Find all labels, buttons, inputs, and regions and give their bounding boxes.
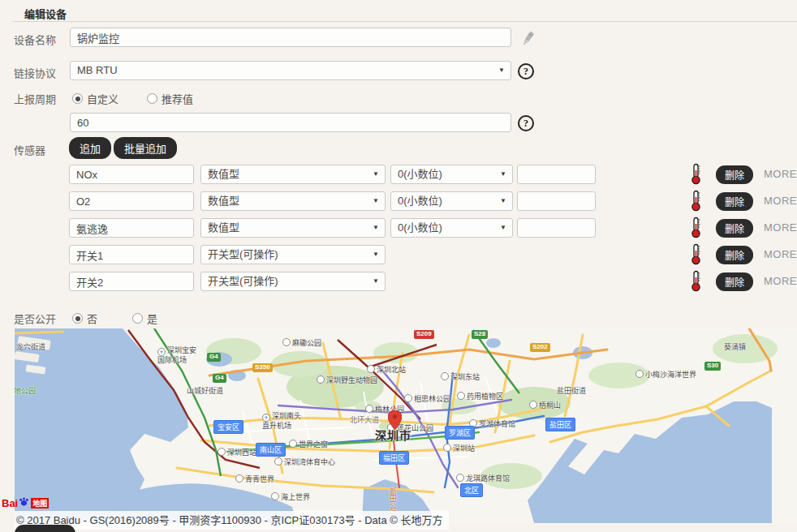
map-poi-label: 龙穴街道 [16,341,45,352]
report-period-label: 上报周期 [14,91,56,106]
delete-sensor-button[interactable]: 删除 [716,219,753,238]
poi-marker-icon [404,394,412,402]
radio-public-no-label: 否 [87,313,97,325]
district-badge: 盐田区 [545,418,575,431]
report-period-input[interactable] [70,113,511,132]
sensor-decimal-select[interactable]: 0(小数位)▼ [390,218,513,238]
map-marker-icon[interactable] [388,410,402,434]
thermometer-icon [691,163,701,188]
sensor-row: 数值型▼0(小数位)▼删除MORE [0,218,797,245]
radio-recommended-label: 推荐值 [162,93,193,105]
more-link[interactable]: MORE [764,221,797,234]
map-poi-label: 山城好街道 [187,385,223,396]
sensor-name-input[interactable] [69,245,194,264]
baidu-map[interactable]: 龙穴街道湿地公园✈深圳宝安国际机场麻磡公园深圳野生动物园深圳北站山城好街道✈深圳… [15,328,797,523]
poi-text: 相思林公园 [414,395,450,403]
sensor-decimal-select[interactable]: 0(小数位)▼ [390,165,513,184]
district-badge: 宝安区 [213,420,243,434]
map-poi-label: 深圳站 [443,443,475,453]
protocol-label: 链接协议 [14,65,56,80]
sensor-decimal-select[interactable]: 0(小数位)▼ [390,191,513,211]
sensor-extra-input[interactable] [517,165,596,184]
edit-pencil-icon[interactable] [519,29,536,52]
sensor-name-input[interactable] [69,165,194,184]
sensor-name-input[interactable] [69,218,194,238]
chevron-down-icon: ▼ [500,219,506,237]
is-public-options: 否 是 [72,311,157,326]
sensor-type-select-value: 开关型(可操作) [208,248,278,260]
map-poi-label: 麻磡公园 [282,337,321,348]
road-shield: S202 [530,343,550,352]
protocol-help-icon[interactable]: ? [518,63,534,79]
district-badge: 南山区 [256,443,286,457]
sensor-decimal-select-value: 0(小数位) [398,195,442,207]
chevron-down-icon: ▼ [373,192,379,210]
edit-device-page: 编辑设备 设备名称 链接协议 MB RTU ▼ ? 上报周期 自定义 推荐值 ?… [0,0,797,532]
sensor-type-select[interactable]: 数值型▼ [200,165,386,184]
device-name-input[interactable] [70,28,511,47]
poi-text: 北环大道 [350,416,379,424]
delete-sensor-button[interactable]: 删除 [716,192,753,211]
map-poi-label: 罗湖体育馆 [469,418,515,429]
sensor-row: 开关型(可操作)▼删除MORE [0,245,797,272]
road-shield: S209 [414,330,434,339]
poi-text: 盐田街道 [557,387,586,395]
map-poi-label: 世界之窗 [289,439,328,449]
sensor-type-select[interactable]: 开关型(可操作)▼ [200,272,386,291]
baidu-logo: Bai 地图 [2,496,49,509]
bottom-button[interactable] [15,525,75,532]
more-link[interactable]: MORE [764,248,797,260]
delete-sensor-button[interactable]: 删除 [716,246,753,264]
delete-sensor-button[interactable]: 删除 [716,272,753,291]
chevron-down-icon: ▼ [373,165,379,183]
sensor-name-input[interactable] [69,191,194,211]
sensor-type-select[interactable]: 数值型▼ [200,191,386,211]
poi-text: 药用植物区 [467,393,503,401]
sensor-type-select[interactable]: 数值型▼ [200,218,386,238]
sensor-extra-input[interactable] [517,191,596,211]
map-poi-label: 青青世界 [235,474,274,484]
protocol-select[interactable]: MB RTU ▼ [70,61,511,80]
delete-sensor-button[interactable]: 删除 [716,165,753,184]
sensor-name-input[interactable] [69,272,194,291]
chevron-down-icon: ▼ [500,192,506,210]
more-link[interactable]: MORE [764,275,797,287]
poi-marker-icon: ✈ [157,348,166,356]
report-period-options: 自定义 推荐值 [72,91,193,106]
poi-marker-icon: ✈ [262,414,270,422]
map-poi-label: 深圳湾体育中心 [274,457,335,467]
more-link[interactable]: MORE [764,168,797,180]
map-poi-label: 海上世界 [271,491,310,502]
chevron-down-icon: ▼ [373,219,379,237]
report-period-help-icon[interactable]: ? [518,115,534,131]
sensor-type-select[interactable]: 开关型(可操作)▼ [200,245,386,264]
radio-custom[interactable] [72,93,83,104]
device-name-label: 设备名称 [14,32,56,47]
sensor-row: 数值型▼0(小数位)▼删除MORE [0,165,797,191]
append-button[interactable]: 追加 [69,137,111,159]
poi-text: 小梅沙海洋世界 [645,371,696,379]
poi-text: 山城好街道 [187,387,223,395]
sensor-type-select-value: 开关型(可操作) [208,275,278,287]
radio-public-no[interactable] [72,313,83,324]
map-poi-label: 葵涌镇 [724,341,746,352]
sensor-row: 开关型(可操作)▼删除MORE [0,272,797,298]
road-shield: G4 [213,374,226,383]
poi-marker-icon [274,457,282,466]
poi-text: 深圳北站 [377,366,406,374]
poi-marker-icon [218,448,226,456]
poi-marker-icon [365,405,373,413]
more-link[interactable]: MORE [764,195,797,207]
poi-marker-icon [457,392,465,400]
baidu-paw-icon [19,496,29,509]
radio-public-yes-label: 是 [147,313,157,325]
radio-recommended[interactable] [147,93,157,104]
map-attribution: © 2017 Baidu - GS(2016)2089号 - 甲测资字11009… [15,511,449,530]
map-poi-label: 湿地公园 [15,385,36,396]
poi-marker-icon [456,474,464,482]
map-poi-label: 深圳北站 [367,364,406,375]
sensor-extra-input[interactable] [517,218,596,238]
batch-append-button[interactable]: 批量追加 [114,137,177,159]
radio-public-yes[interactable] [132,313,143,324]
map-poi-label: 深圳野生动物园 [317,375,377,385]
